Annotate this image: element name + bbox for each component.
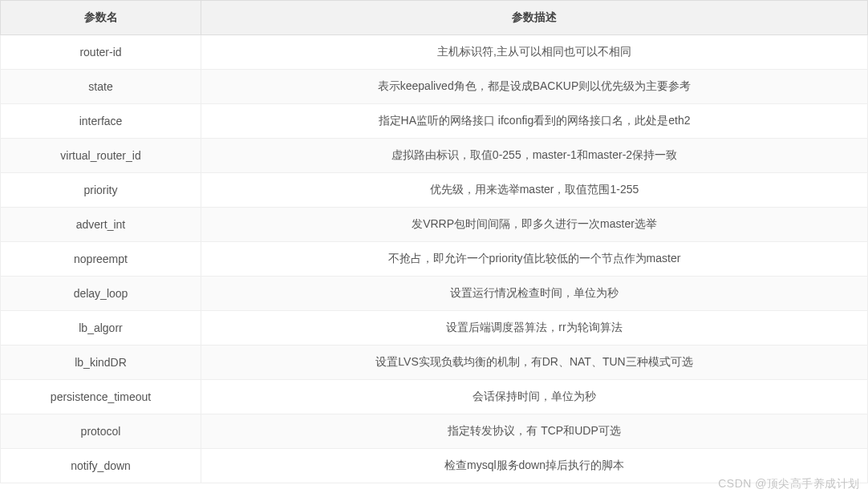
table-body: router-id主机标识符,主从可以相同也可以不相同state表示keepal… — [1, 35, 868, 483]
table-row: lb_kindDR设置LVS实现负载均衡的机制，有DR、NAT、TUN三种模式可… — [1, 345, 868, 380]
cell-desc: 设置后端调度器算法，rr为轮询算法 — [201, 311, 868, 345]
cell-desc: 虚拟路由标识，取值0-255，master-1和master-2保持一致 — [201, 139, 868, 173]
param-table: 参数名 参数描述 router-id主机标识符,主从可以相同也可以不相同stat… — [0, 0, 868, 483]
cell-desc: 检查mysql服务down掉后执行的脚本 — [201, 449, 868, 483]
cell-param: lb_algorr — [1, 311, 201, 345]
table-row: interface指定HA监听的网络接口 ifconfig看到的网络接口名，此处… — [1, 104, 868, 139]
table-row: state表示keepalived角色，都是设成BACKUP则以优先级为主要参考 — [1, 70, 868, 104]
table-row: priority优先级，用来选举master，取值范围1-255 — [1, 173, 868, 208]
table-row: protocol指定转发协议，有 TCP和UDP可选 — [1, 414, 868, 449]
cell-desc: 主机标识符,主从可以相同也可以不相同 — [201, 35, 868, 70]
table-row: virtual_router_id虚拟路由标识，取值0-255，master-1… — [1, 139, 868, 173]
cell-param: protocol — [1, 414, 201, 449]
cell-desc: 表示keepalived角色，都是设成BACKUP则以优先级为主要参考 — [201, 70, 868, 104]
cell-param: interface — [1, 104, 201, 139]
cell-desc: 指定转发协议，有 TCP和UDP可选 — [201, 414, 868, 449]
cell-desc: 不抢占，即允许一个priority值比较低的一个节点作为master — [201, 242, 868, 277]
table-row: lb_algorr设置后端调度器算法，rr为轮询算法 — [1, 311, 868, 345]
cell-desc: 发VRRP包时间间隔，即多久进行一次master选举 — [201, 208, 868, 242]
cell-desc: 会话保持时间，单位为秒 — [201, 380, 868, 414]
table-row: notify_down检查mysql服务down掉后执行的脚本 — [1, 449, 868, 483]
cell-desc: 指定HA监听的网络接口 ifconfig看到的网络接口名，此处是eth2 — [201, 104, 868, 139]
table-row: nopreempt不抢占，即允许一个priority值比较低的一个节点作为mas… — [1, 242, 868, 277]
table-row: advert_int发VRRP包时间间隔，即多久进行一次master选举 — [1, 208, 868, 242]
cell-param: virtual_router_id — [1, 139, 201, 173]
cell-param: lb_kindDR — [1, 345, 201, 380]
cell-param: state — [1, 70, 201, 104]
cell-param: nopreempt — [1, 242, 201, 277]
cell-param: advert_int — [1, 208, 201, 242]
cell-param: router-id — [1, 35, 201, 70]
cell-param: notify_down — [1, 449, 201, 483]
header-desc: 参数描述 — [201, 1, 868, 35]
cell-desc: 优先级，用来选举master，取值范围1-255 — [201, 173, 868, 208]
table-row: delay_loop设置运行情况检查时间，单位为秒 — [1, 277, 868, 311]
table-row: router-id主机标识符,主从可以相同也可以不相同 — [1, 35, 868, 70]
cell-param: persistence_timeout — [1, 380, 201, 414]
cell-desc: 设置运行情况检查时间，单位为秒 — [201, 277, 868, 311]
table-row: persistence_timeout会话保持时间，单位为秒 — [1, 380, 868, 414]
cell-param: delay_loop — [1, 277, 201, 311]
cell-desc: 设置LVS实现负载均衡的机制，有DR、NAT、TUN三种模式可选 — [201, 345, 868, 380]
cell-param: priority — [1, 173, 201, 208]
header-param: 参数名 — [1, 1, 201, 35]
